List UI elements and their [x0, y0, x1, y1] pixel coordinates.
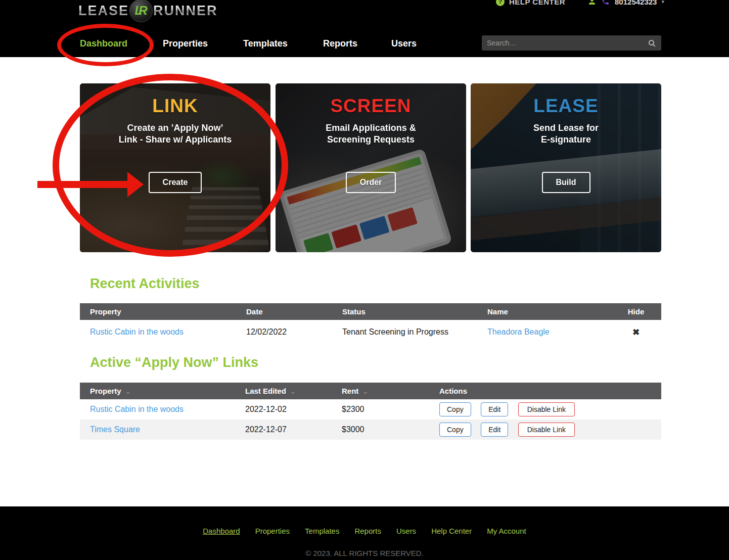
search-input[interactable] [487, 39, 648, 47]
screen-card: SCREEN Email Applications & Screening Re… [276, 83, 466, 252]
nav-tab-templates[interactable]: Templates [243, 38, 288, 49]
footer-links: Dashboard Properties Templates Reports U… [0, 527, 729, 535]
table-header-row: Property Date Status Name Hide [80, 303, 661, 320]
active-links-heading: Active “Apply Now” Links [90, 355, 258, 370]
footer-link-dashboard[interactable]: Dashboard [203, 527, 240, 535]
active-links-table: Property⌄ Last Edited⌄ Rent⌄ Actions Rus… [80, 383, 661, 440]
property-link[interactable]: Rustic Cabin in the woods [90, 328, 184, 336]
nav-tab-users[interactable]: Users [391, 38, 417, 49]
leaserunner-logo[interactable]: LEASE LR RUNNER [78, 0, 218, 22]
lease-card-title: LEASE [533, 96, 598, 117]
nav-tab-properties[interactable]: Properties [163, 38, 208, 49]
phone-icon [601, 0, 610, 6]
annotation-arrow-shaft [37, 181, 128, 188]
last-edited-date: 2022-12-07 [235, 425, 332, 434]
edit-button[interactable]: Edit [481, 402, 508, 416]
table-row: Times Square 2022-12-07 $3000 Copy Edit … [80, 419, 661, 440]
build-button[interactable]: Build [542, 172, 590, 193]
property-link[interactable]: Rustic Cabin in the woods [90, 405, 184, 413]
search-box [482, 35, 661, 51]
rent-amount: $3000 [332, 425, 429, 434]
footer: Dashboard Properties Templates Reports U… [0, 506, 729, 560]
property-link[interactable]: Times Square [90, 425, 140, 434]
rent-amount: $2300 [332, 405, 429, 414]
search-icon[interactable] [648, 39, 656, 48]
hide-x-icon[interactable]: ✖ [632, 328, 640, 337]
copyright-text: © 2023. ALL RIGHTS RESERVED. [0, 549, 729, 557]
column-header-property: Property [80, 307, 236, 316]
logo-monogram-icon: LR [129, 0, 153, 22]
table-row: Rustic Cabin in the woods 12/02/2022 Ten… [80, 320, 661, 344]
edit-button[interactable]: Edit [481, 423, 508, 437]
copy-button[interactable]: Copy [439, 423, 471, 437]
chevron-down-icon[interactable]: ▾ [661, 0, 664, 5]
sort-chevron-icon[interactable]: ⌄ [290, 388, 296, 395]
applicant-name-link[interactable]: Theadora Beagle [487, 328, 550, 336]
column-header-hide: Hide [611, 307, 661, 316]
disable-link-button[interactable]: Disable Link [518, 402, 575, 416]
activity-status: Tenant Screening in Progress [332, 328, 477, 337]
help-center-link[interactable]: HELP CENTER [509, 0, 565, 6]
column-header-last-edited[interactable]: Last Edited⌄ [235, 387, 332, 395]
screen-card-title: SCREEN [330, 96, 411, 117]
last-edited-date: 2022-12-02 [235, 405, 332, 414]
footer-link-properties[interactable]: Properties [255, 527, 290, 535]
help-circle-icon: ? [496, 0, 505, 6]
sort-chevron-icon[interactable]: ⌄ [362, 388, 368, 395]
activity-date: 12/02/2022 [236, 328, 332, 337]
footer-link-my-account[interactable]: My Account [487, 527, 526, 535]
lease-card-subtitle: Send Lease for E-signature [533, 122, 599, 146]
order-button[interactable]: Order [346, 172, 396, 193]
nav-tab-reports[interactable]: Reports [323, 38, 357, 49]
account-phone-number[interactable]: 8012542323 [615, 0, 657, 6]
lease-card: LEASE Send Lease for E-signature Build [471, 83, 661, 252]
table-header-row: Property⌄ Last Edited⌄ Rent⌄ Actions [80, 383, 661, 399]
column-header-name: Name [477, 307, 611, 316]
annotation-circle-dashboard [57, 24, 154, 66]
column-header-date: Date [236, 307, 332, 316]
footer-link-users[interactable]: Users [396, 527, 416, 535]
column-header-status: Status [332, 307, 477, 316]
logo-lease-text: LEASE [78, 3, 129, 19]
logo-runner-text: RUNNER [153, 3, 218, 19]
footer-link-reports[interactable]: Reports [354, 527, 381, 535]
recent-activities-table: Property Date Status Name Hide Rustic Ca… [80, 303, 661, 344]
topbar: ? HELP CENTER 8012542323 ▾ [496, 0, 664, 8]
annotation-arrow-head [127, 172, 144, 197]
leaserunner-dashboard-page: ? HELP CENTER 8012542323 ▾ LEASE LR RUNN… [0, 0, 729, 560]
column-header-property[interactable]: Property⌄ [80, 387, 235, 395]
disable-link-button[interactable]: Disable Link [518, 423, 575, 437]
footer-link-help-center[interactable]: Help Center [431, 527, 472, 535]
sort-chevron-icon[interactable]: ⌄ [125, 388, 131, 395]
column-header-actions: Actions [429, 387, 661, 395]
footer-link-templates[interactable]: Templates [305, 527, 339, 535]
annotation-circle-link-card [53, 74, 288, 257]
table-row: Rustic Cabin in the woods 2022-12-02 $23… [80, 399, 661, 419]
copy-button[interactable]: Copy [439, 402, 471, 416]
recent-activities-heading: Recent Activities [90, 276, 200, 292]
person-icon [587, 0, 597, 6]
screen-card-subtitle: Email Applications & Screening Requests [326, 122, 416, 146]
column-header-rent[interactable]: Rent⌄ [332, 387, 429, 395]
